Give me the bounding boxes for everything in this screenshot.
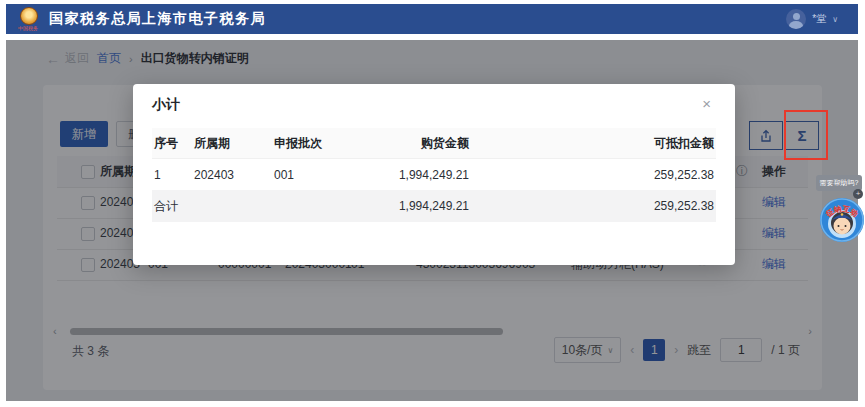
- modal-total-row: 合计 1,994,249.21 259,252.38: [152, 190, 716, 222]
- subtotal-modal: 小计 × 序号 所属期 申报批次 购货金额 可抵扣金额 1 202403 001…: [133, 84, 735, 265]
- col-no: 序号: [154, 135, 194, 152]
- emblem-caption: 中国税务: [18, 26, 38, 31]
- modal-title: 小计: [152, 96, 180, 114]
- col-period: 所属期: [194, 135, 274, 152]
- tax-emblem-logo: 中国税务: [20, 6, 40, 32]
- cell-deductible: 259,252.38: [469, 168, 714, 182]
- assistant-mascot[interactable]: 征纳互动: [819, 197, 865, 243]
- close-icon[interactable]: ×: [702, 95, 711, 113]
- col-purchase: 购货金额: [374, 135, 469, 152]
- emblem-icon: [20, 7, 38, 25]
- annotation-red-box: [784, 110, 828, 160]
- cell-period: 202403: [194, 168, 274, 182]
- user-avatar-icon[interactable]: [786, 9, 806, 29]
- cell-purchase: 1,994,249.21: [374, 168, 469, 182]
- user-name: *堂: [812, 12, 826, 26]
- total-purchase: 1,994,249.21: [374, 199, 469, 213]
- col-batch: 申报批次: [274, 135, 374, 152]
- user-menu[interactable]: *堂 ∨: [786, 9, 838, 29]
- cell-no: 1: [154, 168, 194, 182]
- modal-table-header: 序号 所属期 申报批次 购货金额 可抵扣金额: [152, 128, 716, 158]
- chevron-down-icon[interactable]: ∨: [832, 15, 838, 24]
- total-label: 合计: [154, 198, 194, 215]
- col-deductible: 可抵扣金额: [469, 135, 714, 152]
- modal-table: 序号 所属期 申报批次 购货金额 可抵扣金额 1 202403 001 1,99…: [152, 128, 716, 222]
- app-header: 中国税务 国家税务总局上海市电子税务局 *堂 ∨: [6, 4, 858, 34]
- modal-table-row: 1 202403 001 1,994,249.21 259,252.38: [152, 158, 716, 190]
- total-deductible: 259,252.38: [469, 199, 714, 213]
- cell-batch: 001: [274, 168, 374, 182]
- mascot-icon: 征纳互动: [819, 197, 865, 243]
- app-title: 国家税务总局上海市电子税务局: [49, 10, 266, 28]
- screen: 中国税务 国家税务总局上海市电子税务局 *堂 ∨ ← 返回 首页 › 出口货物转…: [0, 0, 865, 407]
